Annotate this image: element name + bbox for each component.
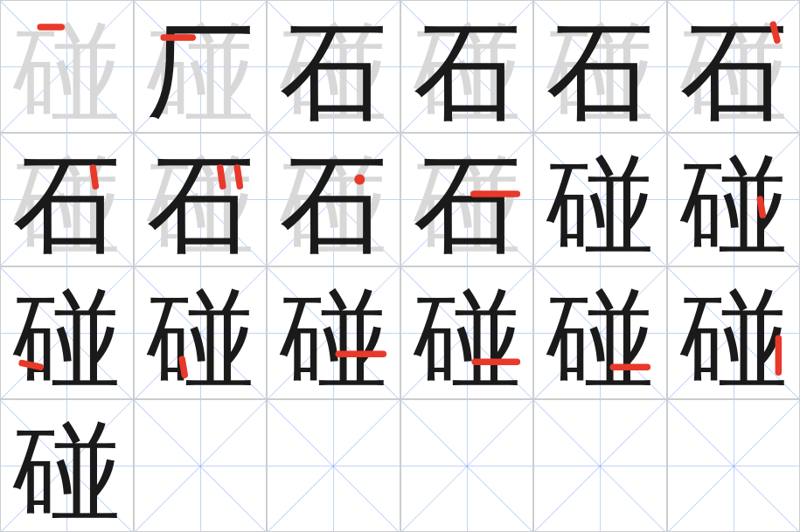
svg-text:石: 石: [546, 12, 654, 132]
stroke-svg-3: 碰石: [268, 1, 400, 132]
svg-line-30: [22, 363, 40, 367]
stroke-svg-14: 碰: [135, 267, 267, 398]
svg-text:碰: 碰: [12, 12, 121, 132]
cell-10: 碰石: [400, 133, 534, 266]
stroke-order-grid: 碰 碰厂 碰石 碰石 碰石 碰石 碰石 碰石 碰石 碰石 碰 碰 碰 碰 碰 碰…: [0, 0, 800, 532]
cell-4: 碰石: [400, 0, 534, 133]
cell-9: 碰石: [267, 133, 400, 266]
svg-line-19: [237, 168, 240, 186]
stroke-svg-19: 碰: [1, 400, 133, 531]
stroke-svg-8: 碰石: [135, 134, 267, 265]
svg-text:碰: 碰: [12, 411, 121, 531]
stroke-svg-6: 碰石: [668, 1, 800, 132]
svg-line-12: [773, 24, 777, 40]
cell-13: 碰: [0, 266, 134, 399]
stroke-svg-9: 碰石: [268, 134, 400, 265]
stroke-svg-16: 碰: [401, 267, 533, 398]
stroke-svg-12: 碰: [668, 134, 800, 265]
svg-text:碰: 碰: [546, 145, 654, 265]
svg-text:石: 石: [146, 145, 254, 265]
stroke-svg-15: 碰: [268, 267, 400, 398]
cell-19: 碰: [0, 399, 134, 532]
cell-11: 碰: [533, 133, 667, 266]
cell-12: 碰: [667, 133, 801, 266]
svg-text:石: 石: [280, 145, 387, 265]
svg-text:石: 石: [13, 145, 121, 265]
svg-text:厂: 厂: [146, 12, 254, 132]
cell-16: 碰: [400, 266, 534, 399]
svg-text:碰: 碰: [678, 145, 787, 265]
svg-text:碰: 碰: [678, 279, 787, 398]
stroke-svg-1: 碰: [1, 1, 133, 132]
cell-3: 碰石: [267, 0, 400, 133]
cell-5: 碰石: [533, 0, 667, 133]
svg-text:碰: 碰: [12, 279, 121, 398]
svg-text:碰: 碰: [145, 279, 254, 398]
svg-text:碰: 碰: [279, 279, 387, 398]
stroke-svg-4: 碰石: [401, 1, 533, 132]
cell-2: 碰厂: [134, 0, 268, 133]
svg-line-32: [182, 359, 184, 375]
stroke-svg-7: 碰石: [1, 134, 133, 265]
svg-line-18: [219, 168, 222, 186]
svg-line-15: [93, 168, 95, 186]
cell-8: 碰石: [134, 133, 268, 266]
stroke-svg-18: 碰: [668, 267, 800, 398]
cell-23: [533, 399, 667, 532]
stroke-svg-10: 碰石: [401, 134, 533, 265]
cell-17: 碰: [533, 266, 667, 399]
svg-text:石: 石: [280, 12, 387, 132]
cell-20: [134, 399, 268, 532]
stroke-svg-5: 碰石: [534, 1, 666, 132]
svg-text:石: 石: [413, 12, 520, 132]
stroke-svg-11: 碰: [534, 134, 666, 265]
cell-18: 碰: [667, 266, 801, 399]
cell-1: 碰: [0, 0, 134, 133]
cell-24: [667, 399, 801, 532]
stroke-svg-13: 碰: [1, 267, 133, 398]
svg-text:石: 石: [413, 145, 520, 265]
cell-6: 碰石: [667, 0, 801, 133]
cell-15: 碰: [267, 266, 400, 399]
stroke-svg-17: 碰: [534, 267, 666, 398]
svg-text:碰: 碰: [546, 279, 654, 398]
stroke-svg-2: 碰厂: [135, 1, 267, 132]
cell-7: 碰石: [0, 133, 134, 266]
svg-line-28: [760, 199, 762, 215]
cell-21: [267, 399, 400, 532]
cell-22: [400, 399, 534, 532]
svg-point-22: [354, 175, 365, 185]
cell-14: 碰: [134, 266, 268, 399]
svg-text:碰: 碰: [412, 279, 520, 398]
